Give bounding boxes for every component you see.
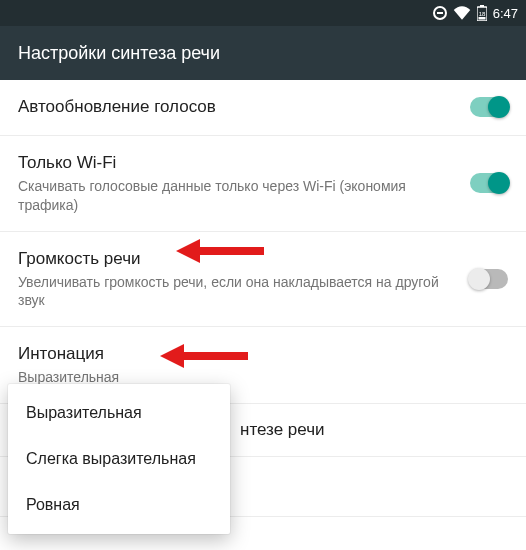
switch-wifi-only[interactable] — [470, 173, 508, 193]
row-wifi-only[interactable]: Только Wi-Fi Скачивать голосовые данные … — [0, 136, 526, 232]
battery-icon: 18 — [477, 5, 487, 21]
status-time: 6:47 — [493, 6, 518, 21]
screen-title: Настройки синтеза речи — [18, 43, 220, 64]
row-title: Автообновление голосов — [18, 96, 454, 119]
row-auto-update[interactable]: Автообновление голосов — [0, 80, 526, 136]
menu-item-slightly-expressive[interactable]: Слегка выразительная — [8, 436, 230, 482]
row-title-partial: нтезе речи — [240, 420, 325, 439]
status-bar: 18 6:47 — [0, 0, 526, 26]
menu-item-flat[interactable]: Ровная — [8, 482, 230, 528]
row-title: Только Wi-Fi — [18, 152, 454, 175]
svg-text:18: 18 — [478, 11, 485, 17]
row-title: Громкость речи — [18, 248, 454, 271]
do-not-disturb-icon — [433, 6, 447, 20]
switch-auto-update[interactable] — [470, 97, 508, 117]
menu-item-expressive[interactable]: Выразительная — [8, 390, 230, 436]
row-subtitle: Скачивать голосовые данные только через … — [18, 177, 454, 215]
svg-rect-1 — [480, 5, 484, 7]
row-title: Интонация — [18, 343, 508, 366]
row-subtitle: Увеличивать громкость речи, если она нак… — [18, 273, 454, 311]
app-bar: Настройки синтеза речи — [0, 26, 526, 80]
svg-rect-2 — [478, 17, 485, 20]
switch-speech-volume[interactable] — [470, 269, 508, 289]
row-speech-volume[interactable]: Громкость речи Увеличивать громкость реч… — [0, 232, 526, 328]
wifi-icon — [453, 6, 471, 20]
intonation-popup-menu: Выразительная Слегка выразительная Ровна… — [8, 384, 230, 534]
